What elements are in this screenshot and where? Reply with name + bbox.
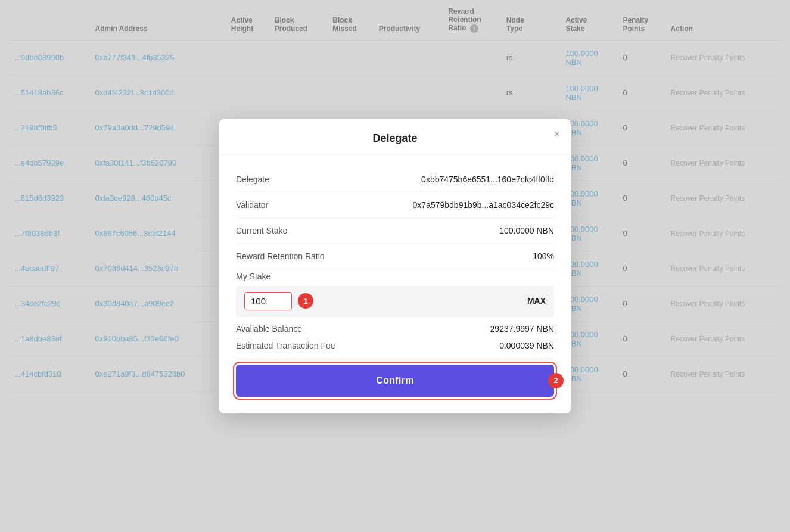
my-stake-section: My Stake 1 MAX <box>236 272 554 316</box>
reward-retention-value: 100% <box>533 251 554 261</box>
current-stake-row: Current Stake 100.0000 NBN <box>236 218 554 244</box>
confirm-btn-wrapper: Confirm 2 <box>236 365 554 397</box>
validator-label: Validator <box>236 200 268 210</box>
modal-close-button[interactable]: × <box>553 129 560 139</box>
delegate-label: Delegate <box>236 175 269 184</box>
max-button[interactable]: MAX <box>527 296 546 306</box>
available-balance-label: Avaliable Balance <box>236 324 302 334</box>
fee-row: Estimated Transaction Fee 0.000039 NBN <box>236 337 554 360</box>
badge-1: 1 <box>298 293 313 309</box>
estimated-fee-label: Estimated Transaction Fee <box>236 341 335 350</box>
current-stake-value: 100.0000 NBN <box>499 226 554 235</box>
reward-retention-label: Reward Retention Ratio <box>236 251 325 261</box>
validator-value: 0x7a579bdb91b9b...a1ac034ce2fc29c <box>413 200 554 210</box>
available-balance-value: 29237.9997 NBN <box>490 324 554 334</box>
delegate-modal: Delegate × Delegate 0xbb7475b6e6551...16… <box>219 119 571 413</box>
delegate-row: Delegate 0xbb7475b6e6551...160e7cfc4ff0f… <box>236 167 554 192</box>
my-stake-label: My Stake <box>236 272 554 281</box>
badge-2: 2 <box>548 373 564 388</box>
modal-title: Delegate <box>372 132 417 144</box>
modal-overlay: Delegate × Delegate 0xbb7475b6e6551...16… <box>0 0 790 532</box>
stake-input-wrapper: 1 MAX <box>236 286 554 316</box>
delegate-value: 0xbb7475b6e6551...160e7cfc4ff0ffd <box>421 175 554 184</box>
balance-row: Avaliable Balance 29237.9997 NBN <box>236 316 554 337</box>
validator-row: Validator 0x7a579bdb91b9b...a1ac034ce2fc… <box>236 192 554 218</box>
confirm-button[interactable]: Confirm <box>236 365 554 397</box>
current-stake-label: Current Stake <box>236 226 287 235</box>
modal-header: Delegate × <box>219 119 571 155</box>
reward-retention-row: Reward Retention Ratio 100% <box>236 244 554 269</box>
estimated-fee-value: 0.000039 NBN <box>499 341 554 350</box>
stake-input[interactable] <box>244 292 292 310</box>
modal-body: Delegate 0xbb7475b6e6551...160e7cfc4ff0f… <box>219 155 571 413</box>
